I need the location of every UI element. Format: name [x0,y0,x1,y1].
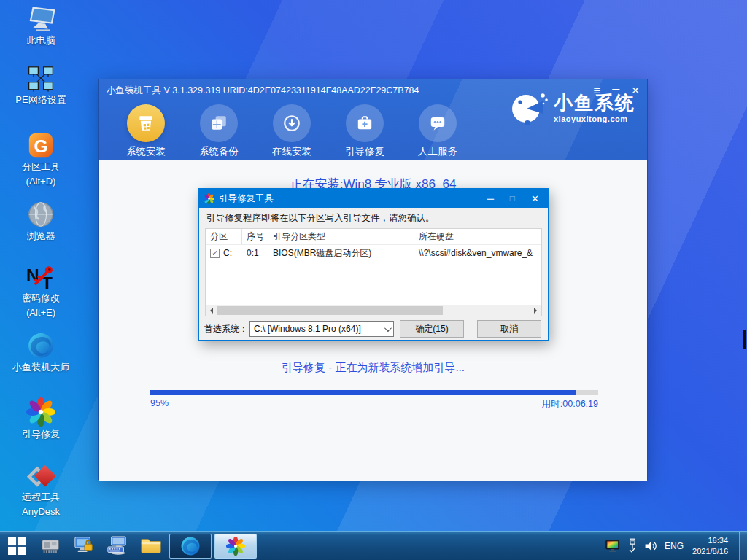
dialog-titlebar: 引导修复工具 ─ □ ✕ [199,189,548,208]
horizontal-scrollbar [206,305,541,316]
taskbar-browser-button[interactable] [169,534,212,559]
toolbar-item-boot-repair[interactable]: 引导修复 [328,104,401,158]
toolbar-item-system-backup[interactable]: 系统备份 [182,104,255,158]
partition-checkbox[interactable] [210,249,220,258]
brand-name: 小鱼系统 [554,93,635,112]
close-icon[interactable]: ✕ [531,194,539,203]
start-button[interactable] [0,532,34,560]
dialog-footer: 首选系统： C:\ [Windows 8.1 Pro (x64)] 确定(15)… [199,316,548,341]
volume-tray-icon[interactable] [644,540,658,552]
col-header-type: 引导分区类型 [268,229,414,244]
partition-table: 分区 序号 引导分区类型 所在硬盘 C: 0:1 BIOS(MBR磁盘启动分区)… [205,228,542,316]
desktop-icon-browser[interactable]: 浏览器 [0,201,82,243]
desktop-icon-this-pc[interactable]: 此电脑 [0,6,82,47]
toolbar-item-label: 在线安装 [272,145,311,158]
display-settings-tray-icon[interactable] [605,540,621,553]
desktop-icon-sublabel: (Alt+E) [26,307,55,319]
taskbar-explorer-button[interactable] [134,532,168,560]
taskbar-pc-lock-button[interactable] [67,532,101,560]
boot-repair-dialog: 引导修复工具 ─ □ ✕ 引导修复程序即将在以下分区写入引导文件，请您确认。 分… [198,188,549,341]
language-indicator[interactable]: ENG [665,541,684,551]
disk-cell: \\?\scsi#disk&ven_vmware_& [414,248,541,258]
taskbar-clock[interactable]: 16:34 2021/8/16 [692,535,728,557]
desktop-icon-password-change[interactable]: N T 密码修改 (Alt+E) [0,264,82,319]
tray-time: 16:34 [692,535,728,546]
type-cell: BIOS(MBR磁盘启动分区) [268,247,414,260]
maximize-icon[interactable]: □ [510,194,515,203]
chevron-down-icon [384,324,392,332]
brand-logo: 小鱼系统 xiaoyuxitong.com [510,91,635,125]
toolbar-item-online-install[interactable]: 在线安装 [255,104,328,158]
toolbar-item-system-install[interactable]: 系统安装 [109,104,182,158]
desktop-icon-pe-network[interactable]: PE网络设置 [0,66,82,106]
network-icon [26,66,55,92]
preferred-system-value: C:\ [Windows 8.1 Pro (x64)] [254,324,384,334]
download-icon [273,104,311,142]
partition-cell: C: [223,248,232,258]
taskbar-boot-repair-button[interactable] [214,534,257,559]
dialog-message: 引导修复程序即将在以下分区写入引导文件，请您确认。 [199,208,548,228]
chat-bubble-icon [419,104,457,142]
table-header: 分区 序号 引导分区类型 所在硬盘 [206,229,541,245]
desktop-icon-label: 密码修改 [22,292,60,305]
toolbar-item-support[interactable]: 人工服务 [401,104,474,158]
toolbar-item-label: 系统备份 [199,145,239,158]
toolbar-item-label: 系统安装 [126,145,166,158]
progress-percent: 95% [150,398,169,411]
desktop-icon-label: 引导修复 [22,429,60,441]
desktop-icon-sublabel: (Alt+D) [26,176,56,188]
table-row[interactable]: C: 0:1 BIOS(MBR磁盘启动分区) \\?\scsi#disk&ven… [206,245,541,261]
scrollbar-thumb[interactable] [217,306,443,315]
show-desktop-button[interactable] [739,532,747,560]
scroll-right-arrow[interactable] [530,305,541,316]
desktop-icon-label: 小鱼装机大师 [12,362,69,374]
minimize-icon[interactable]: ─ [487,194,494,203]
col-header-disk: 所在硬盘 [414,229,541,244]
taskbar-keyboard-button[interactable] [101,532,134,560]
desktop-icon-anydesk[interactable]: 远程工具 AnyDesk [0,463,82,518]
progress-area: 95% 用时:00:06:19 [150,390,598,411]
toolbox-icon [346,104,384,142]
scroll-left-arrow[interactable] [206,305,217,316]
desktop-icon-label: 分区工具 [22,161,60,174]
dialog-title: 引导修复工具 [219,192,487,205]
blue-swirl-icon [180,536,201,556]
col-header-partition: 分区 [206,229,242,244]
preferred-system-label: 首选系统： [204,323,248,335]
keyboard-monitor-icon [107,535,128,556]
memory-chip-icon [39,536,61,555]
taskbar-ramdisk-button[interactable] [34,532,67,560]
elapsed-time: 用时:00:06:19 [542,398,598,411]
install-jar-icon [127,104,165,142]
nt-password-key-icon: N T [26,264,55,290]
desktop-icon-partition-tool[interactable]: G 分区工具 (Alt+D) [0,131,82,188]
folder-icon [140,536,162,555]
desktop-icon-label: 此电脑 [27,35,55,47]
brand-site: xiaoyuxitong.com [554,114,635,123]
desktop-icon-boot-repair[interactable]: 引导修复 [0,397,82,441]
table-empty-space [206,261,541,305]
usb-tray-icon[interactable] [627,538,638,553]
color-monitor-icon [605,540,621,553]
preferred-system-select[interactable]: C:\ [Windows 8.1 Pro (x64)] [249,321,394,337]
tray-date: 2021/8/16 [692,546,728,557]
scrollbar-track[interactable] [217,305,530,316]
desktop-icon-sublabel: AnyDesk [22,506,60,518]
system-tray: ENG 16:34 2021/8/16 [605,532,747,560]
progress-bar [150,390,598,395]
speaker-icon [644,540,658,552]
desktop-icon-label: 浏览器 [27,230,55,243]
ok-button[interactable]: 确定(15) [400,320,464,338]
backup-icon [200,104,238,142]
boot-repair-status-text: 引导修复 - 正在为新装系统增加引导... [99,361,647,375]
pinwheel-icon [26,397,55,427]
installer-header: 小鱼装机工具 V 3.1.329.319 URID:4D2E0742331191… [99,79,647,160]
cancel-button[interactable]: 取消 [477,320,541,338]
globe-icon [27,201,55,228]
toolbar-item-label: 引导修复 [345,145,384,158]
usb-device-icon [627,538,638,553]
desktop-icon-xiaoyu-master[interactable]: 小鱼装机大师 [0,332,82,374]
anydesk-icon [26,463,55,489]
progress-fill [150,390,576,395]
computer-icon [26,6,56,33]
